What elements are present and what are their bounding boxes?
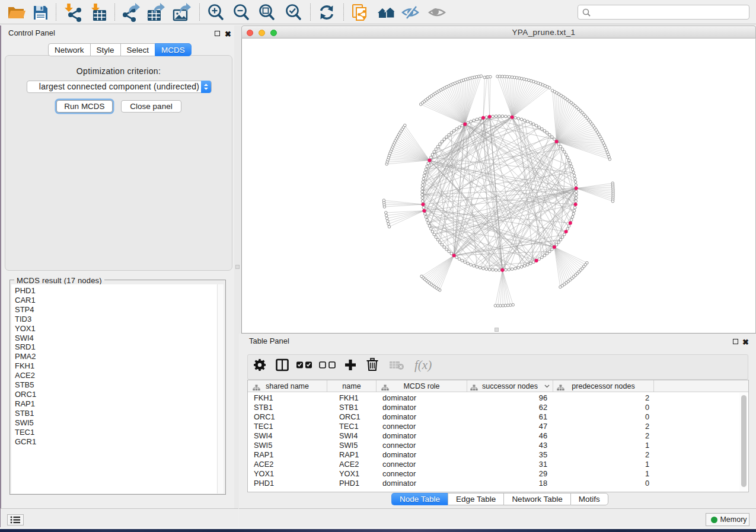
svg-text:f(x): f(x) <box>414 358 432 372</box>
